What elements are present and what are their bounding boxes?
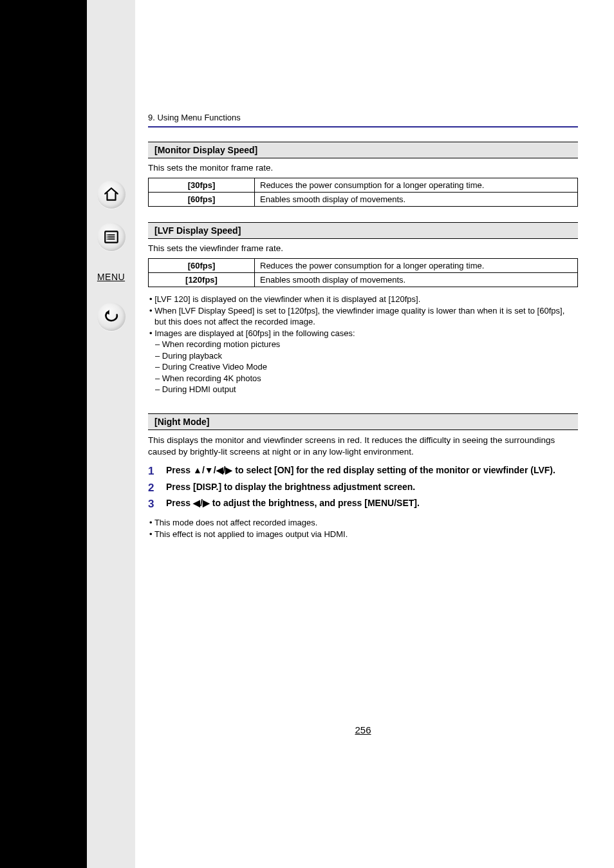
night-notes: • This mode does not affect recorded ima… — [148, 517, 578, 540]
lvf-notes: • [LVF 120] is displayed on the viewfind… — [148, 294, 578, 395]
svg-point-5 — [106, 236, 107, 238]
section-intro-lvf: This sets the viewfinder frame rate. — [148, 243, 578, 253]
monitor-options-table: [30fps] Reduces the power consumption fo… — [148, 178, 578, 207]
note-subitem: – During Creative Video Mode — [148, 361, 578, 373]
section-intro-monitor: This sets the monitor frame rate. — [148, 163, 578, 173]
table-row: [60fps] Reduces the power consumption fo… — [149, 259, 578, 273]
svg-point-4 — [106, 234, 107, 236]
page-content: 9. Using Menu Functions [Monitor Display… — [148, 113, 578, 540]
option-desc: Enables smooth display of movements. — [255, 273, 578, 287]
note-item: • This mode does not affect recorded ima… — [148, 517, 578, 529]
step-number: 2 — [148, 481, 157, 495]
option-desc: Enables smooth display of movements. — [255, 193, 578, 207]
option-label: [30fps] — [149, 178, 255, 193]
page-number[interactable]: 256 — [148, 724, 578, 735]
nav-home-button[interactable] — [97, 180, 126, 209]
note-subitem: – When recording 4K photos — [148, 373, 578, 384]
step-row: 1 Press ▲/▼/◀/▶ to select [ON] for the r… — [148, 464, 578, 478]
nav-toc-button[interactable] — [97, 223, 126, 251]
chapter-title: 9. Using Menu Functions — [148, 113, 578, 122]
note-item: • Images are displayed at [60fps] in the… — [148, 328, 578, 339]
step-text: Press ◀/▶ to adjust the brightness, and … — [166, 497, 420, 511]
step-row: 3 Press ◀/▶ to adjust the brightness, an… — [148, 497, 578, 511]
note-subitem: – When recording motion pictures — [148, 339, 578, 350]
step-number: 3 — [148, 497, 157, 511]
sidebar-strip — [87, 0, 135, 868]
note-subitem: – During playback — [148, 350, 578, 362]
night-steps: 1 Press ▲/▼/◀/▶ to select [ON] for the r… — [148, 464, 578, 511]
note-subitem: – During HDMI output — [148, 384, 578, 395]
option-label: [60fps] — [149, 259, 255, 273]
list-icon — [103, 229, 120, 245]
note-item: • When [LVF Display Speed] is set to [12… — [148, 305, 578, 328]
table-row: [60fps] Enables smooth display of moveme… — [149, 193, 578, 207]
step-text: Press ▲/▼/◀/▶ to select [ON] for the red… — [166, 464, 555, 478]
nav-menu-link[interactable]: MENU — [97, 269, 126, 285]
option-desc: Reduces the power consumption for a long… — [255, 178, 578, 193]
nav-back-button[interactable] — [97, 303, 126, 331]
night-mode-desc: This displays the monitor and viewfinder… — [148, 435, 578, 458]
section-heading-lvf: [LVF Display Speed] — [148, 222, 578, 239]
section-heading-night: [Night Mode] — [148, 413, 578, 430]
sidebar-nav: MENU — [87, 180, 135, 331]
section-heading-monitor: [Monitor Display Speed] — [148, 142, 578, 158]
back-arrow-icon — [103, 308, 120, 325]
note-item: • This effect is not applied to images o… — [148, 529, 578, 540]
option-label: [60fps] — [149, 193, 255, 207]
step-number: 1 — [148, 464, 157, 478]
chapter-divider — [148, 126, 578, 127]
home-icon — [103, 186, 120, 203]
step-row: 2 Press [DISP.] to display the brightnes… — [148, 481, 578, 495]
option-label: [120fps] — [149, 273, 255, 287]
table-row: [30fps] Reduces the power consumption fo… — [149, 178, 578, 193]
table-row: [120fps] Enables smooth display of movem… — [149, 273, 578, 287]
lvf-options-table: [60fps] Reduces the power consumption fo… — [148, 258, 578, 287]
note-item: • [LVF 120] is displayed on the viewfind… — [148, 294, 578, 305]
step-text: Press [DISP.] to display the brightness … — [166, 481, 415, 495]
option-desc: Reduces the power consumption for a long… — [255, 259, 578, 273]
svg-point-6 — [106, 238, 107, 240]
